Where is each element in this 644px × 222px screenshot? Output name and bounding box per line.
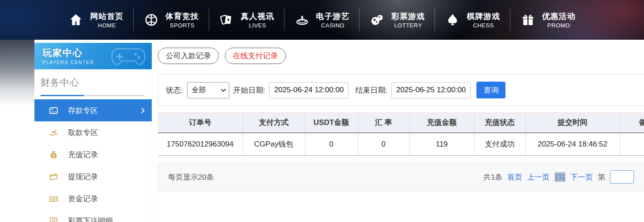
nav-label-zh: 棋牌游戏 — [467, 11, 500, 22]
col-recharge-amount: 充值金额 — [409, 113, 474, 133]
playing-cards-icon — [219, 12, 234, 27]
col-order-number: 订单号 — [158, 113, 243, 133]
table-header-row: 订单号 支付方式 USDT金额 汇 率 充值金额 充值状态 提交时间 备注 — [158, 113, 644, 133]
lottery-balls-icon — [370, 12, 385, 27]
sidebar-item-deposit[interactable]: 存款专区 — [34, 99, 152, 121]
nav-item-chess[interactable]: 棋牌游戏 CHESS — [435, 0, 510, 40]
tab-company-deposit-records[interactable]: 公司入款记录 — [158, 48, 219, 64]
start-date-input[interactable] — [269, 82, 348, 98]
nav-item-sports[interactable]: 体育竞技 SPORTS — [134, 0, 209, 40]
nav-item-casino[interactable]: 电子游艺 CASINO — [285, 0, 360, 40]
gift-icon — [520, 12, 535, 27]
prev-page-link[interactable]: 上一页 — [527, 172, 550, 182]
finance-center-title: 财务中心 — [41, 76, 144, 95]
top-navigation-bar: 网站首页 HOME 体育竞技 SPORTS 真人视讯 LIVES 电子游艺 CA… — [0, 0, 644, 40]
next-page-link[interactable]: 下一页 — [570, 172, 593, 182]
query-button[interactable]: 查询 — [476, 82, 505, 98]
roulette-icon — [295, 12, 310, 27]
withdraw-icon — [48, 127, 59, 138]
background-fade-strip — [0, 40, 34, 106]
sidebar-item-withdraw[interactable]: 取款专区 — [34, 121, 152, 143]
players-center-header: 玩家中心 PLAYERS CENTER — [34, 43, 152, 69]
sidebar-item-recharge-records[interactable]: 充值记录 — [34, 143, 152, 166]
col-submit-time: 提交时间 — [525, 113, 620, 133]
status-select-value: 全部 — [192, 86, 206, 95]
sidebar-item-label: 存款专区 — [68, 105, 98, 116]
total-count-text: 共1条 — [483, 172, 502, 182]
sidebar-item-label: 提现记录 — [68, 172, 98, 182]
jump-page-label: 第 — [598, 172, 605, 182]
cell-recharge-amount: 119 — [409, 133, 474, 156]
gamepad-icon — [109, 45, 147, 69]
cell-usdt-amount: 0 — [305, 133, 358, 156]
withdrawal-record-icon — [48, 171, 59, 182]
nav-label-en: CHESS — [467, 22, 500, 29]
home-icon — [68, 12, 83, 27]
section-underline — [41, 95, 144, 96]
chevron-right-icon — [139, 108, 145, 113]
nav-label-en: LOTTERY — [391, 22, 425, 29]
cell-exchange-rate: 0 — [358, 133, 409, 156]
nav-item-lives[interactable]: 真人视讯 LIVES — [209, 0, 285, 40]
nav-item-lottery[interactable]: 彩票游戏 LOTTERY — [359, 0, 435, 40]
sidebar-item-label: 彩票下注明细 — [68, 216, 113, 222]
sidebar-item-lottery-bet-details[interactable]: 彩票下注明细 — [34, 210, 152, 222]
pagination-controls: 共1条 首页 上一页 [1] 下一页 第 — [483, 170, 634, 184]
sidebar-item-funds-records[interactable]: 资金记录 — [34, 188, 152, 210]
sidebar: 玩家中心 PLAYERS CENTER 财务中心 存款专区 取款专区 — [34, 43, 152, 222]
start-date-label: 开始日期: — [233, 85, 266, 95]
nav-label-en: CASINO — [316, 22, 350, 29]
sidebar-item-label: 资金记录 — [68, 194, 98, 204]
cell-submit-time: 2025-06-24 18:46:52 — [525, 133, 620, 156]
nav-label-zh: 优惠活动 — [542, 11, 576, 22]
main-content: 公司入款记录 在线支付记录 状态: 全部 开始日期: 结束日期: 查询 订单号 … — [158, 43, 644, 191]
filter-bar: 状态: 全部 开始日期: 结束日期: 查询 — [158, 74, 644, 106]
chevron-down-icon — [221, 87, 225, 92]
end-date-input[interactable] — [391, 82, 471, 98]
nav-label-en: HOME — [90, 22, 124, 29]
col-remark: 备注 — [620, 113, 644, 133]
table-row: 1750762012963094 CGPay钱包 0 0 119 支付成功 20… — [158, 133, 644, 156]
status-label: 状态: — [166, 85, 183, 95]
nav-label-zh: 电子游艺 — [316, 11, 350, 22]
sidebar-item-label: 充值记录 — [68, 150, 98, 160]
spade-icon — [445, 12, 460, 27]
jump-page-input[interactable] — [610, 170, 634, 184]
cell-payment-method: CGPay钱包 — [243, 133, 305, 156]
deposit-icon — [48, 105, 59, 116]
current-page-indicator: [1] — [554, 172, 565, 182]
nav-item-home[interactable]: 网站首页 HOME — [59, 0, 134, 40]
funds-record-icon — [48, 193, 59, 204]
sports-ball-icon — [144, 12, 159, 27]
col-usdt-amount: USDT金额 — [305, 113, 358, 133]
page-size-text: 每页显示20条 — [168, 172, 214, 182]
nav-label-zh: 彩票游戏 — [391, 11, 425, 22]
finance-center-section: 财务中心 — [34, 69, 152, 96]
nav-label-en: LIVES — [241, 22, 274, 29]
cell-remark — [620, 133, 644, 156]
nav-label-en: PROMO — [542, 22, 576, 29]
recharge-record-icon — [48, 149, 59, 160]
lottery-bets-icon — [48, 215, 59, 222]
col-payment-method: 支付方式 — [243, 113, 305, 133]
cell-recharge-status: 支付成功 — [474, 133, 525, 156]
payment-records-table: 订单号 支付方式 USDT金额 汇 率 充值金额 充值状态 提交时间 备注 17… — [158, 113, 644, 156]
cell-order-number: 1750762012963094 — [158, 133, 243, 156]
sidebar-item-withdrawal-records[interactable]: 提现记录 — [34, 166, 152, 188]
nav-label-zh: 网站首页 — [90, 11, 124, 22]
col-exchange-rate: 汇 率 — [358, 113, 409, 133]
tab-online-payment-records[interactable]: 在线支付记录 — [225, 48, 286, 64]
end-date-label: 结束日期: — [355, 85, 387, 95]
nav-label-zh: 体育竞技 — [165, 11, 199, 22]
record-tabs: 公司入款记录 在线支付记录 — [158, 48, 644, 64]
status-select[interactable]: 全部 — [187, 82, 229, 98]
nav-label-zh: 真人视讯 — [241, 11, 274, 22]
nav-label-en: SPORTS — [165, 22, 199, 29]
sidebar-menu: 存款专区 取款专区 充值记录 提现记录 — [34, 99, 152, 222]
nav-item-promo[interactable]: 优惠活动 PROMO — [510, 0, 586, 40]
sidebar-item-label: 取款专区 — [68, 128, 98, 138]
col-recharge-status: 充值状态 — [474, 113, 525, 133]
pagination-bar: 每页显示20条 共1条 首页 上一页 [1] 下一页 第 — [158, 163, 644, 191]
first-page-link[interactable]: 首页 — [507, 172, 522, 182]
